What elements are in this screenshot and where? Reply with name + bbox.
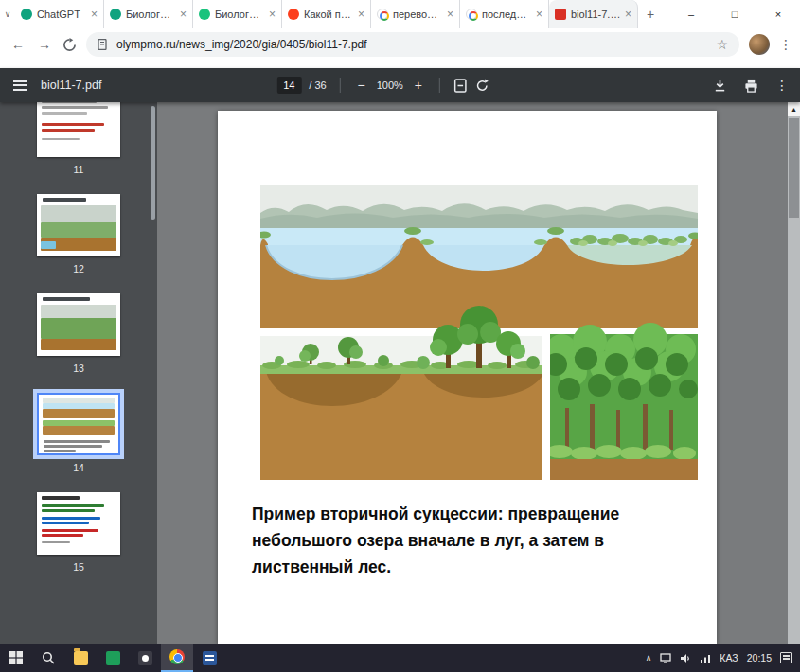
pdf-toolbar-right: ⋮ <box>713 78 787 93</box>
zoom-level: 100% <box>377 80 403 91</box>
close-window-button[interactable]: × <box>756 0 800 28</box>
refresh-icon[interactable] <box>62 38 77 52</box>
minimize-button[interactable]: – <box>669 0 713 28</box>
pdf-viewer-body: 11 12 13 <box>0 102 800 644</box>
thumbnail-page-11[interactable]: 11 <box>37 102 120 175</box>
pdf-title: biol11-7.pdf <box>41 79 101 92</box>
system-tray: ∧ КАЗ 20:15 <box>646 644 800 672</box>
taskbar: ∧ КАЗ 20:15 <box>0 644 800 672</box>
tab-biologia-solov[interactable]: Биология Солов × <box>193 0 282 28</box>
zoom-in-button[interactable]: + <box>411 78 426 93</box>
toolbar-divider <box>340 78 341 93</box>
chrome-taskbar-button[interactable] <box>161 644 193 672</box>
screen: ∨ ChatGPT × Биология Очкур × Биология Со… <box>0 0 800 672</box>
close-icon[interactable]: × <box>91 9 98 20</box>
url-text: olympmo.ru/news_img/2020/gia/0405/biol11… <box>116 38 367 51</box>
display-icon[interactable] <box>660 653 671 663</box>
close-icon[interactable]: × <box>180 9 187 20</box>
forward-icon[interactable]: → <box>36 37 53 52</box>
close-icon[interactable]: × <box>358 9 364 20</box>
windows-icon <box>9 651 23 664</box>
search-icon <box>42 651 55 664</box>
print-icon[interactable] <box>744 79 758 93</box>
language-indicator[interactable]: КАЗ <box>720 652 738 663</box>
pdf-toolbar: biol11-7.pdf 14 / 36 − 100% + <box>0 68 800 102</box>
chatgpt-icon <box>199 9 210 20</box>
tab-label: последовательн <box>482 9 532 20</box>
succession-illustration <box>260 185 698 480</box>
word-taskbar-button[interactable] <box>193 644 225 672</box>
clock[interactable]: 20:15 <box>747 652 772 663</box>
thumbnail-image <box>37 293 120 356</box>
url-field[interactable]: olympmo.ru/news_img/2020/gia/0405/biol11… <box>86 32 739 57</box>
page-scrollbar[interactable]: ▲ <box>788 102 800 644</box>
scroll-up-icon[interactable]: ▲ <box>788 102 800 116</box>
thumbnail-page-number: 13 <box>37 363 120 374</box>
tab-biol11-7-pdf[interactable]: biol11-7.pdf × <box>549 0 638 28</box>
start-button[interactable] <box>0 644 32 672</box>
thumbnail-page-15[interactable]: 15 <box>37 492 120 573</box>
pdf-page-area: Пример вторичной сукцессии: превращение … <box>157 102 800 644</box>
yandex-icon <box>288 9 299 20</box>
tab-label: Какой процесс из <box>304 9 354 20</box>
notification-center-icon[interactable] <box>780 652 792 663</box>
thumbnail-image <box>37 393 120 455</box>
thumbnail-page-12[interactable]: 12 <box>37 194 120 274</box>
close-icon[interactable]: × <box>447 9 453 20</box>
zoom-out-button[interactable]: − <box>354 78 369 93</box>
chatgpt-icon <box>21 9 32 20</box>
close-icon[interactable]: × <box>625 9 631 20</box>
download-icon[interactable] <box>713 79 727 93</box>
thumbnail-image <box>37 102 120 157</box>
app-icon <box>106 651 120 665</box>
tab-kakoy-process[interactable]: Какой процесс из × <box>282 0 371 28</box>
thumbnail-image <box>37 194 120 256</box>
taskbar-app-dark[interactable] <box>129 644 161 672</box>
thumbnail-sidebar: 11 12 13 <box>0 102 157 644</box>
scrollbar-thumb[interactable] <box>789 118 799 218</box>
tab-chatgpt[interactable]: ChatGPT × <box>15 0 104 28</box>
tab-label: ChatGPT <box>37 9 87 20</box>
rotate-icon[interactable] <box>475 79 489 93</box>
bookmark-star-icon[interactable]: ☆ <box>716 37 728 52</box>
profile-avatar[interactable] <box>749 34 770 55</box>
pdf-toolbar-center: 14 / 36 − 100% + <box>276 77 489 94</box>
pdf-icon <box>555 9 566 20</box>
fit-page-icon[interactable] <box>453 79 468 93</box>
sidebar-scrollbar[interactable] <box>151 106 155 220</box>
back-icon[interactable]: ← <box>9 37 27 52</box>
search-button[interactable] <box>32 644 64 672</box>
tab-label: biol11-7.pdf <box>571 9 621 20</box>
chevron-down-icon[interactable]: ∨ <box>0 9 15 19</box>
word-icon <box>203 651 217 665</box>
browser-menu-icon[interactable]: ⋮ <box>779 37 791 52</box>
page-number-input[interactable]: 14 <box>276 77 301 94</box>
tab-biologia-ochkur[interactable]: Биология Очкур × <box>104 0 193 28</box>
thumbnail-page-number: 12 <box>37 263 120 274</box>
address-bar: ← → olympmo.ru/news_img/2020/gia/0405/bi… <box>0 28 800 61</box>
tab-strip: ∨ ChatGPT × Биология Очкур × Биология Со… <box>0 0 800 28</box>
app-icon <box>138 651 152 665</box>
figure-caption: Пример вторичной сукцессии: превращение … <box>252 501 701 580</box>
chrome-icon <box>169 649 185 664</box>
site-info-icon[interactable] <box>98 39 109 50</box>
thumbnail-page-number: 11 <box>37 164 120 175</box>
toolbar-divider <box>439 78 440 93</box>
network-icon[interactable] <box>700 653 711 663</box>
tray-chevron-icon[interactable]: ∧ <box>646 653 652 663</box>
thumbnail-page-14-selected[interactable]: 14 <box>37 393 120 473</box>
close-icon[interactable]: × <box>536 9 542 20</box>
file-explorer-button[interactable] <box>64 644 97 672</box>
close-icon[interactable]: × <box>269 9 276 20</box>
tab-perevodchik[interactable]: переводчик на ка × <box>371 0 460 28</box>
taskbar-app-green[interactable] <box>97 644 129 672</box>
thumbnail-image <box>37 492 120 555</box>
maximize-button[interactable]: □ <box>713 0 756 28</box>
new-tab-button[interactable]: + <box>638 2 663 27</box>
tab-posledovatelnost[interactable]: последовательн × <box>460 0 549 28</box>
volume-icon[interactable] <box>680 653 691 663</box>
google-icon <box>377 9 388 20</box>
menu-icon[interactable] <box>13 80 27 91</box>
thumbnail-page-13[interactable]: 13 <box>37 293 120 374</box>
pdf-more-icon[interactable]: ⋮ <box>775 78 787 93</box>
